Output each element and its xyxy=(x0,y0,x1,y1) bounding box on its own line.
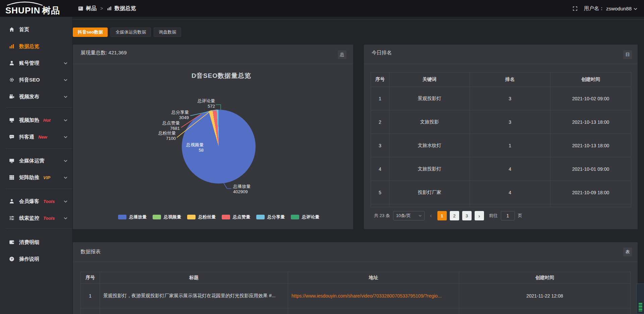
sidebar-item-help[interactable]: ? 操作说明 xyxy=(0,251,72,267)
col-title: 标题 xyxy=(100,272,288,283)
table-row-partial xyxy=(81,308,630,314)
widget-dash xyxy=(639,303,642,304)
question-circle-icon: ? xyxy=(9,256,15,262)
page-button-2[interactable]: 2 xyxy=(450,211,459,220)
col-created: 创建时间 xyxy=(459,272,630,283)
breadcrumb: 树品 > 数据总览 xyxy=(78,5,136,12)
ranking-panel: 今日排名 日 序号 关键词 排名 创建时间 1 景观投影灯 3 2021-10-… xyxy=(364,45,638,229)
total-view-button[interactable]: 总 xyxy=(338,50,346,59)
panel-divider xyxy=(73,64,353,64)
panel-divider xyxy=(73,262,638,262)
tab-media-operation-data[interactable]: 全媒体运营数据 xyxy=(110,28,151,37)
sidebar-item-label: 消费明细 xyxy=(19,239,39,246)
legend-item-likes[interactable]: 总点赞量 xyxy=(222,214,250,220)
page-button-3[interactable]: 3 xyxy=(462,211,472,220)
sidebar-item-label: 视频发布 xyxy=(19,94,39,100)
bar-chart-icon xyxy=(9,43,15,49)
sidebar-item-matrix-boost[interactable]: 矩阵助推 VIP xyxy=(0,169,72,186)
cell-keyword: 文旅投影 xyxy=(389,110,470,134)
sidebar-item-member-baoke[interactable]: 会员爆客 Tools xyxy=(0,193,72,210)
report-table-header: 序号 标题 地址 创建时间 xyxy=(81,272,630,284)
col-index: 序号 xyxy=(371,72,389,87)
cell-index: 2 xyxy=(371,110,389,134)
cell-rank: 3 xyxy=(470,87,550,110)
chevron-down-icon xyxy=(634,8,637,10)
report-table: 序号 标题 地址 创建时间 1 景观投影灯，夜游景观投影灯厂家展示展示落花灯在花… xyxy=(80,272,631,314)
cell-title: 景观投影灯，夜游景观投影灯厂家展示展示落花灯在花园里的灯光投影应用效果 #... xyxy=(100,284,288,308)
ranking-panel-title: 今日排名 xyxy=(372,50,392,56)
report-panel-title: 数据报表 xyxy=(80,249,101,255)
impressions-panel: 展现量总数: 421,369 总 D音SEO数据量总览 总评论量572 总分享量… xyxy=(73,45,353,229)
breadcrumb-current: 数据总览 xyxy=(114,5,136,12)
sidebar-item-label: 抖客通 xyxy=(19,134,34,140)
cell-created: 2021-10-13 18:00 xyxy=(550,134,631,157)
tab-inquiry-data[interactable]: 询盘数据 xyxy=(154,28,181,37)
legend-item-comments[interactable]: 总评论量 xyxy=(291,214,319,220)
sidebar-item-douyin-seo[interactable]: 抖音SEO xyxy=(0,71,72,88)
legend-item-shares[interactable]: 总分享量 xyxy=(256,214,285,220)
legend-swatch xyxy=(256,215,265,219)
tab-douyin-seo-data[interactable]: 抖音seo数据 xyxy=(73,28,108,37)
pie-label-shares: 总分享量3049 xyxy=(161,110,189,120)
table-row: 3 文旅水纹灯 1 2021-10-13 18:00 xyxy=(371,134,631,157)
sidebar-item-video-publish[interactable]: 视频发布 xyxy=(0,88,72,105)
sidebar-divider xyxy=(6,189,72,189)
member-icon xyxy=(9,198,15,204)
legend-item-plays[interactable]: 总播放量 xyxy=(118,214,147,220)
cell-url-link[interactable]: https://www.iesdouyin.com/share/video/70… xyxy=(288,284,459,308)
sidebar-divider xyxy=(6,228,72,229)
sidebar-item-media-operation[interactable]: 全媒体运营 xyxy=(0,152,72,169)
legend-swatch xyxy=(153,215,161,219)
cell-index: 1 xyxy=(81,284,100,308)
prev-page-button[interactable]: ‹ xyxy=(428,213,434,219)
pagination: 共 23 条 10条/页 ‹ 1 2 3 › 前往 页 xyxy=(374,211,522,220)
col-created: 创建时间 xyxy=(550,72,631,87)
sidebar-item-label: 线索监控 xyxy=(19,215,39,221)
chat-icon xyxy=(9,134,15,140)
customer-service-widget[interactable] xyxy=(636,283,644,314)
fullscreen-icon[interactable] xyxy=(572,6,578,11)
cell-created: 2021-10-09 18:00 xyxy=(550,181,631,204)
page-button-1[interactable]: 1 xyxy=(437,211,447,220)
gear-icon xyxy=(9,77,15,83)
table-view-button[interactable]: 表 xyxy=(623,248,632,256)
sidebar-item-douketong[interactable]: 抖客通 New xyxy=(0,128,72,145)
legend-item-fans[interactable]: 总粉丝量 xyxy=(187,214,216,220)
col-index: 序号 xyxy=(81,272,100,283)
logo: SHUPIN树品 xyxy=(5,1,69,16)
legend-swatch xyxy=(187,215,196,219)
sidebar-item-data-overview[interactable]: 数据总览 xyxy=(0,38,72,55)
cell-index: 5 xyxy=(371,181,389,204)
cell-keyword: 文旅投影灯 xyxy=(389,157,470,180)
cell-index: 1 xyxy=(371,87,389,110)
page-size-select[interactable]: 10条/页 xyxy=(393,211,425,220)
chevron-down-icon xyxy=(64,119,67,121)
legend-swatch xyxy=(118,215,126,219)
goto-page-input[interactable] xyxy=(501,211,515,220)
next-page-button[interactable]: › xyxy=(475,211,484,220)
user-dropdown[interactable]: 用户名：zswodun88 xyxy=(584,5,637,12)
breadcrumb-root[interactable]: 树品 xyxy=(86,5,97,12)
table-row: 2 文旅投影 3 2021-10-13 18:00 xyxy=(371,110,631,134)
app-window-icon xyxy=(78,6,84,11)
table-row: 1 景观投影灯，夜游景观投影灯厂家展示展示落花灯在花园里的灯光投影应用效果 #.… xyxy=(81,284,630,308)
chevron-down-icon xyxy=(64,136,67,138)
sidebar-item-video-heat[interactable]: 视频加热 Hot xyxy=(0,112,72,128)
top-header: SHUPIN树品 树品 > 数据总览 用户名：zswodun88 xyxy=(0,0,644,17)
cell-keyword: 投影灯厂家 xyxy=(389,181,470,204)
logo-text-cn: 树品 xyxy=(42,5,60,15)
widget-dash xyxy=(639,308,642,309)
sidebar-item-home[interactable]: 首页 xyxy=(0,21,72,38)
sidebar-item-account[interactable]: 账号管理 xyxy=(0,55,72,71)
daily-view-button[interactable]: 日 xyxy=(623,50,632,59)
legend-item-videos[interactable]: 总视频量 xyxy=(153,214,181,220)
widget-dash xyxy=(639,311,642,312)
sidebar-item-consumption[interactable]: 消费明细 xyxy=(0,234,72,251)
ranking-table: 序号 关键词 排名 创建时间 1 景观投影灯 3 2021-10-02 09:0… xyxy=(371,72,631,207)
widget-dash xyxy=(639,309,642,310)
cell-index: 3 xyxy=(371,134,389,157)
table-row: 1 景观投影灯 3 2021-10-02 09:00 xyxy=(371,87,631,110)
table-row: 5 投影灯厂家 4 2021-10-09 18:00 xyxy=(371,181,631,204)
sidebar-item-lead-monitor[interactable]: 线索监控 Tools xyxy=(0,210,72,226)
app-root: SHUPIN树品 树品 > 数据总览 用户名：zswodun88 xyxy=(0,0,644,314)
